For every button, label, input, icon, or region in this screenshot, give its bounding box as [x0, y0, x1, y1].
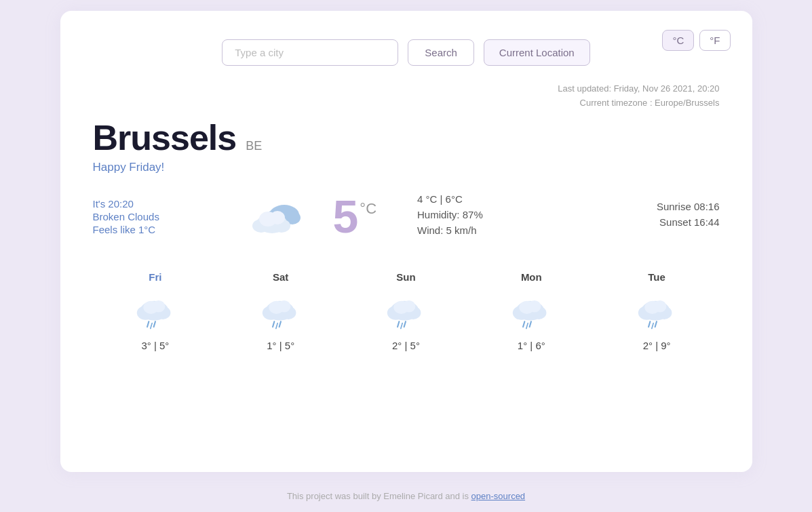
humidity: Humidity: 87% — [417, 209, 597, 220]
forecast-day-label: Mon — [521, 271, 542, 283]
min-max: 4 °C | 6°C — [417, 193, 597, 205]
celsius-button[interactable]: °C — [662, 30, 694, 51]
greeting: Happy Friday! — [93, 161, 720, 174]
forecast-day-label: Tue — [648, 271, 665, 283]
open-source-link[interactable]: open-sourced — [471, 491, 526, 501]
forecast-day: Mon1° | 6° — [469, 271, 594, 351]
temp-display: 5 °C — [326, 193, 377, 239]
sunrise: Sunrise 08:16 — [598, 201, 720, 212]
city-row: Brussels BE — [93, 117, 720, 158]
timezone-text: Current timezone : Europe/Brussels — [93, 96, 720, 111]
wind: Wind: 5 km/h — [417, 224, 597, 236]
current-temp: 5 — [333, 193, 359, 239]
weather-desc: Broken Clouds — [93, 211, 235, 222]
forecast-icon — [259, 290, 303, 333]
forecast-temps: 1° | 5° — [267, 340, 294, 351]
search-input[interactable] — [222, 39, 398, 66]
weather-main: It's 20:20 Broken Clouds Feels like 1°C … — [93, 186, 720, 247]
current-temp-unit: °C — [360, 200, 376, 218]
current-weather-icon — [235, 196, 324, 237]
fahrenheit-button[interactable]: °F — [699, 30, 730, 51]
weather-left: It's 20:20 Broken Clouds Feels like 1°C — [93, 198, 235, 235]
rain-cloud-svg — [635, 292, 678, 330]
city-code: BE — [246, 139, 262, 153]
forecast-icon — [384, 290, 427, 333]
forecast-day: Sat1° | 5° — [218, 271, 343, 351]
forecast-day-label: Sat — [273, 271, 288, 283]
forecast-row: Fri3° | 5°Sat1° | 5°Sun2° | 5°Mon1° | 6°… — [93, 271, 720, 351]
current-location-button[interactable]: Current Location — [484, 39, 590, 66]
search-row: Search Current Location — [93, 39, 720, 66]
weather-card: °C °F Search Current Location Last updat… — [60, 11, 752, 472]
footer: This project was built by Emeline Picard… — [287, 491, 525, 501]
sunset: Sunset 16:44 — [598, 216, 720, 228]
forecast-temps: 1° | 6° — [518, 340, 545, 351]
weather-feels: Feels like 1°C — [93, 224, 235, 235]
last-updated: Last updated: Friday, Nov 26 2021, 20:20… — [93, 82, 720, 111]
weather-time: It's 20:20 — [93, 198, 235, 210]
rain-cloud-svg — [384, 292, 427, 330]
forecast-day-label: Sun — [396, 271, 415, 283]
forecast-icon — [134, 290, 177, 333]
forecast-temps: 3° | 5° — [141, 340, 169, 351]
forecast-icon — [635, 290, 678, 333]
forecast-day: Fri3° | 5° — [93, 271, 218, 351]
weather-right: Sunrise 08:16 Sunset 16:44 — [598, 201, 720, 232]
last-updated-text: Last updated: Friday, Nov 26 2021, 20:20 — [93, 82, 720, 96]
rain-cloud-svg — [509, 292, 553, 330]
rain-cloud-svg — [134, 292, 177, 330]
city-name: Brussels — [93, 117, 237, 158]
forecast-day: Tue2° | 9° — [594, 271, 720, 351]
temp-unit-controls: °C °F — [662, 30, 730, 51]
weather-mid: 4 °C | 6°C Humidity: 87% Wind: 5 km/h — [376, 193, 597, 240]
rain-cloud-svg — [259, 292, 303, 330]
forecast-day: Sun2° | 5° — [343, 271, 469, 351]
broken-clouds-svg — [249, 196, 310, 237]
forecast-icon — [509, 290, 553, 333]
forecast-temps: 2° | 9° — [643, 340, 671, 351]
forecast-temps: 2° | 5° — [392, 340, 420, 351]
forecast-day-label: Fri — [149, 271, 161, 283]
search-button[interactable]: Search — [408, 39, 474, 66]
footer-text: This project was built by Emeline Picard… — [287, 491, 471, 501]
